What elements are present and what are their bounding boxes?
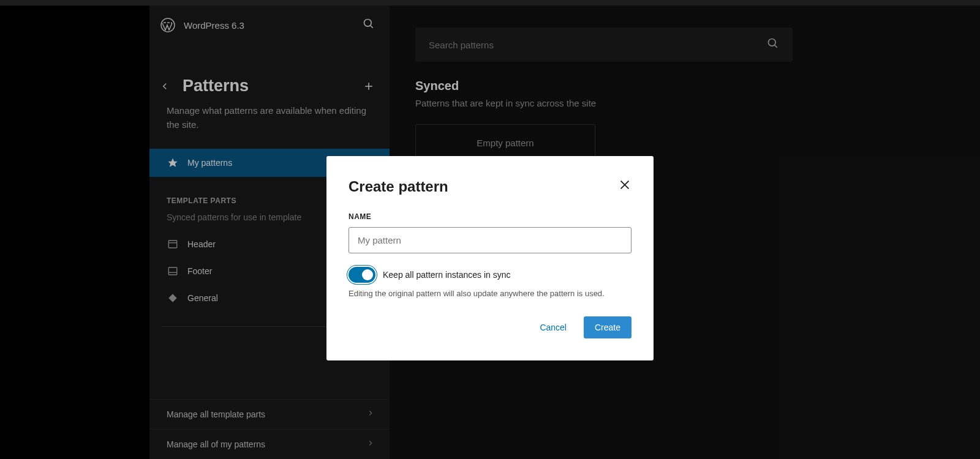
modal-overlay[interactable]: Create pattern NAME Keep all pattern ins…	[0, 0, 980, 459]
sync-toggle-row: Keep all pattern instances in sync	[349, 267, 631, 283]
create-button[interactable]: Create	[584, 316, 631, 338]
cancel-button[interactable]: Cancel	[530, 316, 576, 338]
sync-toggle-label: Keep all pattern instances in sync	[383, 270, 511, 280]
modal-header: Create pattern	[349, 178, 631, 195]
pattern-name-input[interactable]	[349, 227, 631, 253]
toggle-knob	[362, 269, 373, 280]
sync-toggle-help: Editing the original pattern will also u…	[349, 289, 631, 298]
sync-toggle[interactable]	[349, 267, 375, 283]
modal-actions: Cancel Create	[349, 316, 631, 338]
create-pattern-modal: Create pattern NAME Keep all pattern ins…	[326, 156, 654, 360]
close-button[interactable]	[618, 178, 631, 194]
modal-title: Create pattern	[349, 178, 448, 195]
name-field-label: NAME	[349, 212, 631, 221]
